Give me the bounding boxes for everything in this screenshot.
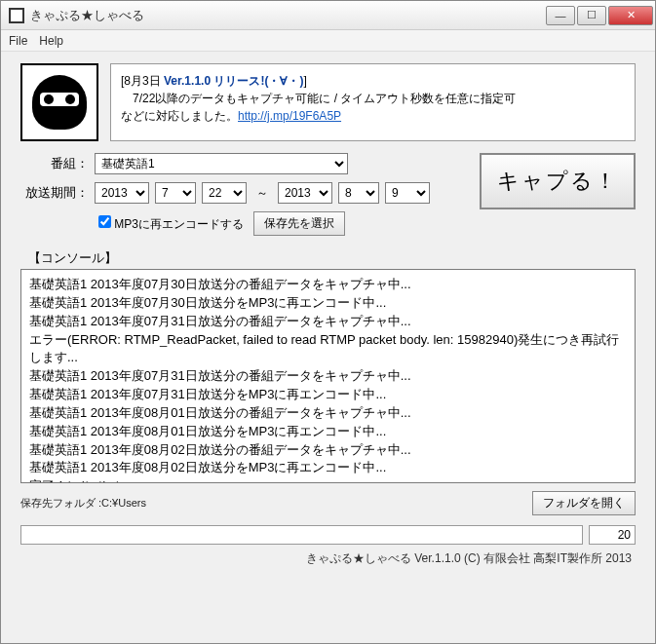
footer-text: きゃぷる★しゃべる Ver.1.1.0 (C) 有限会社 高梨IT製作所 201… <box>20 550 636 567</box>
close-button[interactable]: ✕ <box>608 6 653 25</box>
form-block: 番組： 基礎英語1 放送期間： 2013 7 22 ～ 2013 8 9 <box>20 153 636 246</box>
menubar: File Help <box>1 30 655 52</box>
save-path-row: 保存先フォルダ :C:¥Users フォルダを開く <box>20 491 636 515</box>
from-month-select[interactable]: 7 <box>155 182 196 204</box>
progress-bar <box>20 525 583 545</box>
avatar-icon <box>20 63 98 141</box>
console-output: 基礎英語1 2013年度07月30日放送分の番組データをキャプチャ中... 基礎… <box>20 269 636 483</box>
window-title: きゃぷる★しゃべる <box>30 7 546 24</box>
from-day-select[interactable]: 22 <box>202 182 247 204</box>
notice-line1: 7/22以降のデータもキャプチャ可能に / タイムアウト秒数を任意に指定可 <box>121 90 625 107</box>
notice-box: [8月3日 Ver.1.1.0 リリース!(・∀・)] 7/22以降のデータもキ… <box>110 63 636 141</box>
period-row: 放送期間： 2013 7 22 ～ 2013 8 9 <box>20 182 470 204</box>
program-row: 番組： 基礎英語1 <box>20 153 470 174</box>
period-tilde: ～ <box>252 185 272 202</box>
notice-line2: などに対応しました。 <box>121 109 238 123</box>
mp3-checkbox-label[interactable]: MP3に再エンコードする <box>98 215 244 233</box>
save-dest-button[interactable]: 保存先を選択 <box>253 211 345 236</box>
maximize-button[interactable]: ☐ <box>577 6 606 25</box>
mp3-checkbox[interactable] <box>98 215 111 228</box>
menu-help[interactable]: Help <box>39 34 63 48</box>
menu-file[interactable]: File <box>9 34 27 48</box>
notice-link[interactable]: http://j.mp/19F6A5P <box>238 109 341 123</box>
console-label: 【コンソール】 <box>28 249 636 267</box>
program-label: 番組： <box>20 155 89 172</box>
progress-percent: 20 <box>589 525 636 545</box>
mp3-checkbox-text: MP3に再エンコードする <box>114 217 244 231</box>
notice-date: [8月3日 <box>121 74 164 88</box>
from-year-select[interactable]: 2013 <box>95 182 149 204</box>
app-window: きゃぷる★しゃべる — ☐ ✕ File Help [8月3日 Ver.1.1.… <box>0 0 656 644</box>
notice-version: Ver.1.1.0 リリース!(・∀・) <box>164 74 303 88</box>
to-day-select[interactable]: 9 <box>385 182 430 204</box>
notice-bracket: ] <box>303 74 306 88</box>
program-select[interactable]: 基礎英語1 <box>95 153 348 174</box>
app-icon <box>9 8 24 23</box>
to-month-select[interactable]: 8 <box>338 182 379 204</box>
encode-row: MP3に再エンコードする 保存先を選択 <box>98 211 470 236</box>
to-year-select[interactable]: 2013 <box>278 182 332 204</box>
open-folder-button[interactable]: フォルダを開く <box>532 491 636 515</box>
window-buttons: — ☐ ✕ <box>546 6 653 25</box>
content-area: [8月3日 Ver.1.1.0 リリース!(・∀・)] 7/22以降のデータもキ… <box>1 52 655 575</box>
save-path-text: 保存先フォルダ :C:¥Users <box>20 496 524 511</box>
progress-row: 20 <box>20 525 636 545</box>
titlebar[interactable]: きゃぷる★しゃべる — ☐ ✕ <box>1 1 655 30</box>
period-label: 放送期間： <box>20 184 89 202</box>
capture-button[interactable]: キャプる！ <box>480 153 636 209</box>
minimize-button[interactable]: — <box>546 6 575 25</box>
notice-row: [8月3日 Ver.1.1.0 リリース!(・∀・)] 7/22以降のデータもキ… <box>20 63 636 141</box>
